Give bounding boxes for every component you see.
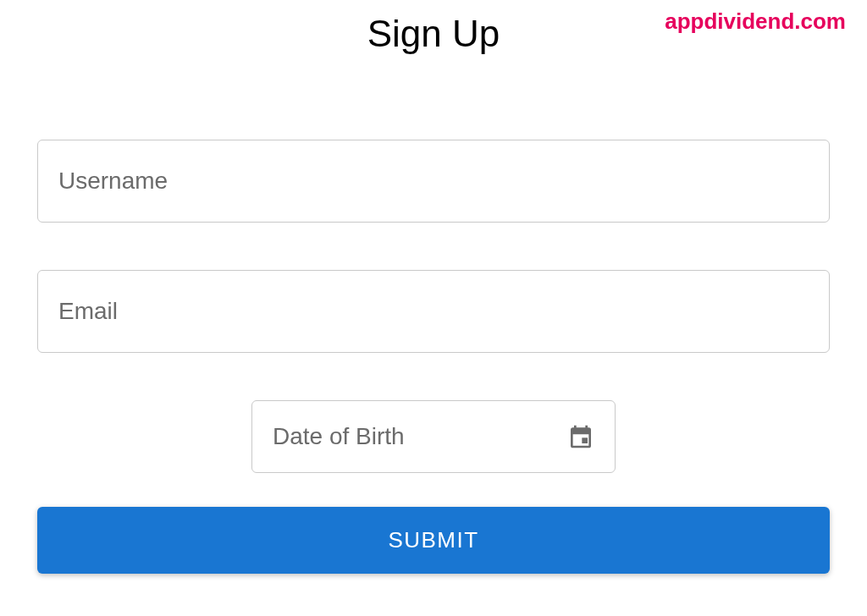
calendar-icon (567, 423, 594, 450)
dob-label: Date of Birth (273, 423, 405, 450)
submit-button[interactable]: SUBMIT (37, 507, 830, 574)
watermark-text: appdividend.com (665, 8, 846, 35)
signup-form: Date of Birth SUBMIT (34, 140, 833, 574)
username-input[interactable] (37, 140, 830, 223)
svg-rect-0 (582, 437, 588, 443)
email-input[interactable] (37, 270, 830, 353)
dob-field[interactable]: Date of Birth (251, 400, 616, 473)
